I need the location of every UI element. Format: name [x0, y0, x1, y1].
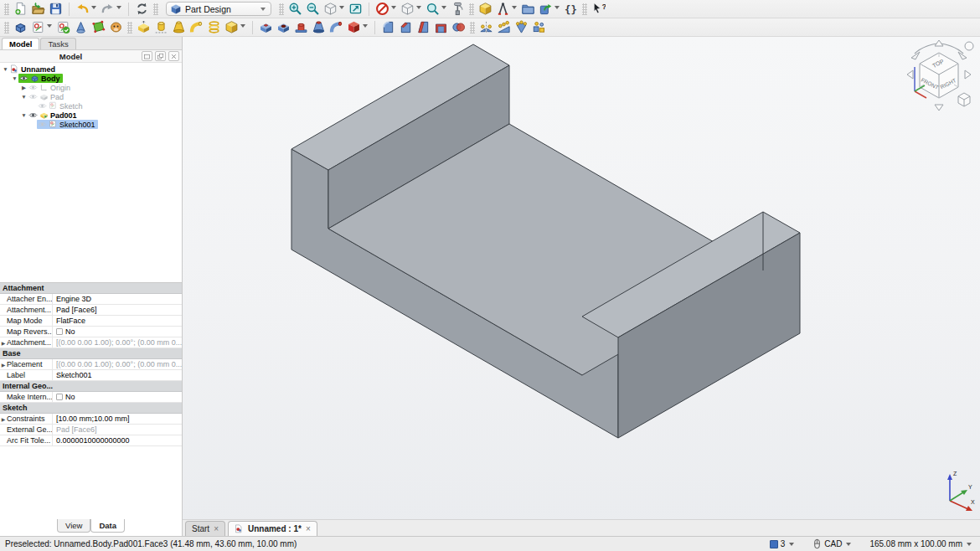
- workbench-selector[interactable]: Part Design: [166, 2, 271, 16]
- new-document-button[interactable]: [12, 0, 29, 18]
- create-clone-button[interactable]: [107, 18, 125, 36]
- document-tab-start[interactable]: Start×: [185, 521, 225, 536]
- rotate-left-step-arrow[interactable]: [907, 70, 913, 79]
- tree-item-content[interactable]: Pad001: [28, 111, 80, 120]
- tree-item-content[interactable]: Origin: [28, 83, 73, 92]
- create-sketch-button[interactable]: [29, 18, 47, 36]
- additive-primitive-button[interactable]: [223, 18, 240, 36]
- visibility-eye-icon[interactable]: [28, 111, 38, 119]
- property-section-attachment[interactable]: Attachment: [0, 283, 182, 294]
- property-value[interactable]: [10.00 mm;10.00 mm]: [52, 414, 182, 425]
- 3d-viewport[interactable]: TOP FRONT RIGHT: [183, 37, 980, 536]
- edit-sketch-button[interactable]: [54, 18, 72, 36]
- draft-button[interactable]: [415, 18, 432, 36]
- undo-button[interactable]: [74, 0, 91, 18]
- additive-loft-button[interactable]: [170, 18, 188, 36]
- subtractive-loft-button[interactable]: [310, 18, 328, 36]
- measure-button[interactable]: [449, 0, 467, 18]
- whats-this-button[interactable]: ?: [590, 0, 607, 18]
- expand-arrow-icon[interactable]: ▶: [0, 362, 7, 368]
- dock-tab-tasks[interactable]: Tasks: [40, 38, 75, 49]
- property-value[interactable]: No: [52, 327, 182, 337]
- tree-expander-open[interactable]: ▼: [2, 66, 9, 72]
- tree-item-origin[interactable]: ▶Origin: [0, 83, 182, 92]
- open-document-button[interactable]: [29, 0, 47, 18]
- tree-expander-closed[interactable]: ▶: [20, 85, 28, 91]
- groove-button[interactable]: [292, 18, 310, 36]
- boolean-button[interactable]: [450, 18, 467, 36]
- tree-item-content[interactable]: Sketch: [37, 101, 85, 111]
- property-value[interactable]: Engine 3D: [52, 294, 182, 305]
- expand-arrow-icon[interactable]: ▶: [0, 416, 7, 422]
- property-section-base[interactable]: Base: [0, 348, 182, 359]
- property-row[interactable]: ▶Placement[(0.00 0.00 1.00); 0.00°; (0.0…: [0, 359, 182, 370]
- save-document-button[interactable]: [47, 0, 64, 18]
- panel-float-button[interactable]: [142, 51, 152, 61]
- tree-item-content[interactable]: Body: [18, 74, 63, 83]
- tilt-up-arrow[interactable]: [935, 40, 943, 46]
- tilt-down-arrow[interactable]: [935, 105, 943, 111]
- visibility-eye-icon[interactable]: [19, 75, 28, 82]
- expressions-button[interactable]: {}: [562, 0, 580, 18]
- property-row[interactable]: LabelSketch001: [0, 370, 182, 381]
- zoom-tools-dropdown-arrow[interactable]: [441, 6, 446, 9]
- navigation-style-selector[interactable]: CAD: [812, 538, 853, 549]
- hidden-eye-icon[interactable]: [38, 102, 47, 110]
- hidden-eye-icon[interactable]: [28, 93, 38, 100]
- additive-primitive-dropdown-arrow[interactable]: [240, 24, 245, 28]
- hole-button[interactable]: [275, 18, 292, 36]
- create-part-button[interactable]: [477, 0, 494, 18]
- small-cube-button[interactable]: [958, 93, 970, 106]
- create-datum-button[interactable]: [494, 0, 512, 18]
- revolution-button[interactable]: [152, 18, 170, 36]
- property-row[interactable]: Make Intern...No: [0, 392, 182, 403]
- hidden-eye-icon[interactable]: [28, 84, 38, 91]
- tree-item-body[interactable]: ▼Body: [0, 74, 182, 83]
- tree-item-content[interactable]: Unnamed: [9, 64, 58, 74]
- render-count-selector[interactable]: 3: [770, 539, 797, 548]
- view-isometric-button[interactable]: [399, 0, 416, 18]
- view-dimensions-selector[interactable]: 165.08 mm x 100.00 mm: [869, 539, 973, 548]
- panel-close-button[interactable]: [168, 51, 179, 61]
- property-row[interactable]: Attacher En...Engine 3D: [0, 294, 182, 305]
- subtractive-primitive-dropdown-arrow[interactable]: [363, 24, 368, 28]
- property-value[interactable]: No: [52, 392, 182, 403]
- dock-tab-model[interactable]: Model: [2, 38, 39, 49]
- create-link-button[interactable]: [537, 0, 554, 18]
- property-row[interactable]: Attachment...Pad [Face6]: [0, 305, 182, 316]
- property-row[interactable]: ▶Attachment...[(0.00 0.00 1.00); 0.00°; …: [0, 337, 182, 348]
- panel-undock-button[interactable]: [155, 51, 166, 61]
- tree-item-sketch001[interactable]: Sketch001: [0, 120, 182, 129]
- property-value[interactable]: [(0.00 0.00 1.00); 0.00°; (0.00 mm 0...: [52, 337, 182, 348]
- close-tab-icon[interactable]: ×: [306, 524, 311, 533]
- subtractive-pipe-button[interactable]: [328, 18, 345, 36]
- thickness-button[interactable]: [432, 18, 450, 36]
- nav-cube-menu-button[interactable]: [965, 42, 973, 50]
- property-value[interactable]: [(0.00 0.00 1.00); 0.00°; (0.00 mm 0...: [52, 359, 182, 370]
- view-isometric-dropdown-arrow[interactable]: [416, 6, 421, 9]
- fillet-button[interactable]: [379, 18, 397, 36]
- subtractive-primitive-button[interactable]: [345, 18, 363, 36]
- attach-sketch-button[interactable]: [72, 18, 90, 36]
- document-tab-unnamed[interactable]: Unnamed : 1*×: [228, 521, 317, 536]
- tree-expander-open[interactable]: ▼: [20, 112, 28, 118]
- refresh-button[interactable]: [133, 0, 151, 18]
- standard-views-dropdown-arrow[interactable]: [339, 6, 344, 9]
- undo-dropdown-arrow[interactable]: [91, 6, 96, 9]
- additive-helix-button[interactable]: [205, 18, 223, 36]
- tree-item-pad[interactable]: ▼Pad: [0, 92, 182, 101]
- redo-button[interactable]: [99, 0, 116, 18]
- property-section-internal-geo---[interactable]: Internal Geo...: [0, 381, 182, 392]
- part-3d-model[interactable]: [183, 37, 980, 519]
- additive-pipe-button[interactable]: [188, 18, 205, 36]
- standard-views-button[interactable]: [322, 0, 339, 18]
- property-row[interactable]: Arc Fit Tole...0.0000010000000000: [0, 435, 182, 446]
- draw-style-button[interactable]: [374, 0, 391, 18]
- draw-style-dropdown-arrow[interactable]: [391, 6, 396, 9]
- property-row[interactable]: Map ModeFlatFace: [0, 316, 182, 327]
- tree-item-content[interactable]: Sketch001: [37, 120, 98, 129]
- property-row[interactable]: Map Revers...No: [0, 327, 182, 337]
- create-sketch-dropdown-arrow[interactable]: [47, 24, 52, 28]
- property-tab-data[interactable]: Data: [90, 519, 125, 533]
- zoom-out-button[interactable]: [304, 0, 322, 18]
